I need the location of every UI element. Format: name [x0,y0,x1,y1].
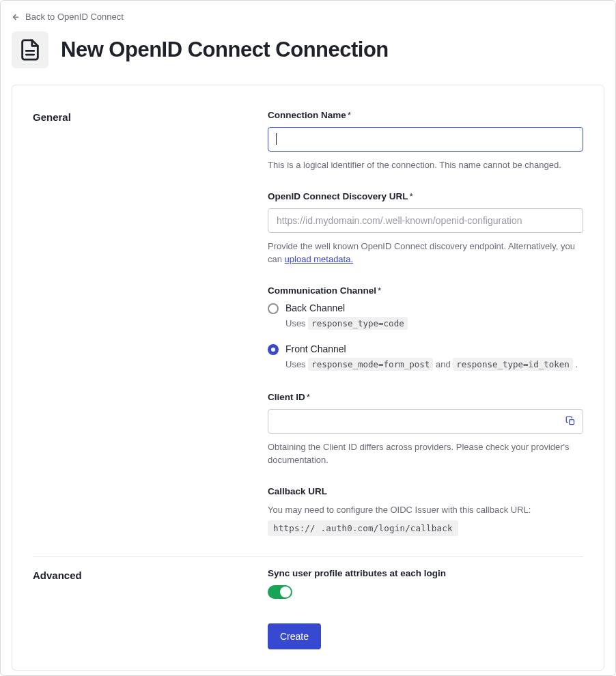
field-callback-url: Callback URL You may need to configure t… [268,486,583,537]
section-general-label: General [33,110,251,123]
connection-name-label: Connection Name* [268,110,583,120]
create-button[interactable]: Create [268,623,321,649]
radio-back-title: Back Channel [285,302,583,313]
connection-name-input[interactable] [268,127,583,152]
toggle-knob [280,587,291,597]
page-title: New OpenID Connect Connection [61,38,389,62]
back-link[interactable]: Back to OpenID Connect [12,12,124,22]
radio-back-desc: Uses response_type=code [285,315,583,332]
callback-url-label: Callback URL [268,486,583,496]
radio-back-channel[interactable]: Back Channel Uses response_type=code [268,302,583,332]
radio-front-title: Front Channel [285,343,583,354]
discovery-url-help: Provide the well known OpenID Connect di… [268,240,583,266]
field-connection-name: Connection Name* This is a logical ident… [268,110,583,172]
upload-metadata-link[interactable]: upload metadata. [285,254,353,264]
connection-name-help: This is a logical identifier of the conn… [268,158,583,172]
field-client-id: Client ID* Obtaining the Client ID diffe… [268,392,583,467]
radio-front-desc: Uses response_mode=form_post and respons… [285,356,583,373]
section-advanced: Advanced Sync user profile attributes at… [33,557,583,649]
sync-profile-toggle[interactable] [268,585,292,599]
form-card: General Connection Name* This is a logic… [12,85,604,671]
field-discovery-url: OpenID Connect Discovery URL* Provide th… [268,191,583,266]
radio-icon [268,344,279,355]
section-general: General Connection Name* This is a logic… [33,99,583,536]
field-communication-channel: Communication Channel* Back Channel Uses… [268,285,583,373]
arrow-left-icon [12,13,20,21]
connection-icon-tile [12,31,48,68]
discovery-url-label: OpenID Connect Discovery URL* [268,191,583,201]
sync-profile-label: Sync user profile attributes at each log… [268,568,583,578]
page-header: New OpenID Connect Connection [12,31,604,68]
copy-client-id-button[interactable] [563,414,578,429]
client-id-label: Client ID* [268,392,583,402]
callback-url-help: You may need to configure the OIDC Issue… [268,503,583,517]
radio-icon [268,303,279,314]
field-sync-profile: Sync user profile attributes at each log… [268,568,583,599]
channel-label: Communication Channel* [268,285,583,296]
text-cursor [276,133,277,145]
copy-icon [565,416,576,426]
client-id-input[interactable] [268,409,583,434]
radio-front-channel[interactable]: Front Channel Uses response_mode=form_po… [268,343,583,373]
section-advanced-label: Advanced [33,568,251,581]
svg-rect-3 [569,420,574,425]
back-link-label: Back to OpenID Connect [25,12,124,22]
document-icon [18,38,42,61]
discovery-url-input[interactable] [268,208,583,233]
callback-url-value: https:// .auth0.com/login/callback [268,520,458,536]
client-id-help: Obtaining the Client ID differs across p… [268,440,583,467]
